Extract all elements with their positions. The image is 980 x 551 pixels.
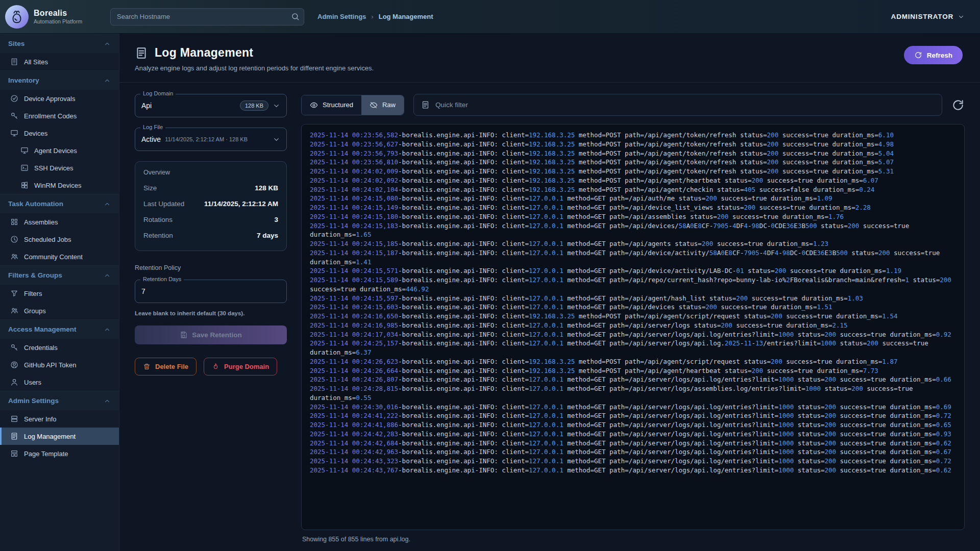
sidebar-item-groups[interactable]: Groups <box>0 302 119 319</box>
hostname-search <box>110 8 304 26</box>
log-line: 2025-11-14 00:24:15,589-borealis.engine.… <box>310 276 956 294</box>
log-line: 2025-11-14 00:24:43,323-borealis.engine.… <box>310 457 956 466</box>
sidebar-item-label: Filters <box>24 290 42 297</box>
monitor-icon <box>10 129 18 137</box>
sidebar-item-users[interactable]: Users <box>0 373 119 391</box>
search-icon <box>291 12 300 21</box>
sidebar-item-page-template[interactable]: Page Template <box>0 445 119 462</box>
approve-icon <box>10 94 18 103</box>
retention-days-label: Retention Days <box>140 276 184 282</box>
overview-row-retention: Retention 7 days <box>143 228 278 243</box>
log-file-select[interactable]: Log File Active 11/14/2025, 2:12:12 AM ·… <box>135 128 287 151</box>
log-line: 2025-11-14 00:24:26,664-borealis.engine.… <box>310 366 956 375</box>
sidebar-item-enrollment-codes[interactable]: Enrollment Codes <box>0 107 119 124</box>
sidebar-section-access-management[interactable]: Access Management <box>0 319 119 339</box>
sidebar-item-community-content[interactable]: Community Content <box>0 248 119 265</box>
people-icon <box>10 307 18 315</box>
sidebar-item-ssh-devices[interactable]: SSH Devices <box>0 159 119 177</box>
sidebar-item-label: Scheduled Jobs <box>24 236 71 243</box>
log-line: 2025-11-14 00:24:42,963-borealis.engine.… <box>310 447 956 457</box>
refresh-button[interactable]: Refresh <box>904 46 963 64</box>
viewer-refresh-button[interactable] <box>951 98 965 112</box>
log-count-caption: Showing 855 of 855 lines from api.log. <box>301 530 965 551</box>
sidebar-item-server-info[interactable]: Server Info <box>0 410 119 428</box>
search-input[interactable] <box>110 8 304 26</box>
chevron-up-icon <box>104 326 111 333</box>
sidebar-item-credentials[interactable]: Credentials <box>0 339 119 356</box>
person-icon <box>10 378 18 386</box>
eye-off-icon <box>370 101 378 109</box>
breadcrumb-admin-settings[interactable]: Admin Settings <box>317 13 366 20</box>
log-output[interactable]: 2025-11-14 00:23:56,582-borealis.engine.… <box>301 124 965 530</box>
filter-list-icon <box>421 101 430 109</box>
danger-actions: Delete File Purge Domain <box>135 358 287 375</box>
eye-icon <box>310 101 318 109</box>
user-role-label: ADMINISTRATOR <box>891 13 953 20</box>
sidebar-item-all-sites[interactable]: All Sites <box>0 53 119 70</box>
app-name: Borealis <box>34 9 82 18</box>
log-line: 2025-11-14 00:24:15,187-borealis.engine.… <box>310 248 956 267</box>
log-file-meta: 11/14/2025, 2:12:12 AM · 128 KB <box>165 136 268 142</box>
structured-view-label: Structured <box>323 101 353 109</box>
log-line: 2025-11-14 00:24:15,571-borealis.engine.… <box>310 266 956 276</box>
sidebar-section-inventory[interactable]: Inventory <box>0 70 119 90</box>
save-retention-label: Save Retention <box>192 331 242 339</box>
sidebar-item-devices[interactable]: Devices <box>0 124 119 142</box>
retention-policy-heading: Retention Policy <box>135 264 287 271</box>
key-icon <box>10 343 18 352</box>
quick-filter-input[interactable] <box>435 101 935 109</box>
sidebar-item-winrm-devices[interactable]: WinRM Devices <box>0 177 119 194</box>
retention-days-input[interactable] <box>141 287 280 295</box>
log-line: 2025-11-14 00:24:15,080-borealis.engine.… <box>310 194 956 203</box>
view-mode-toggle: Structured Raw <box>301 95 404 115</box>
sidebar-item-label: Enrollment Codes <box>24 112 77 120</box>
quick-filter <box>413 94 942 116</box>
overview-row-rotations: Rotations 3 <box>143 212 278 228</box>
sidebar-section-label: Admin Settings <box>8 397 59 405</box>
sidebar-item-agent-devices[interactable]: Agent Devices <box>0 142 119 159</box>
user-menu[interactable]: ADMINISTRATOR <box>891 13 965 20</box>
delete-file-label: Delete File <box>155 363 188 370</box>
raw-view-button[interactable]: Raw <box>361 95 404 115</box>
sidebar-item-assemblies[interactable]: Assemblies <box>0 213 119 231</box>
sidebar-section-label: Sites <box>8 40 24 47</box>
sidebar-item-label: Device Approvals <box>24 95 75 103</box>
sidebar-section-sites[interactable]: Sites <box>0 34 119 53</box>
grid-icon <box>10 218 18 226</box>
sidebar: SitesAll SitesInventoryDevice ApprovalsE… <box>0 34 119 551</box>
sidebar-item-log-management[interactable]: Log Management <box>0 428 119 445</box>
sidebar-item-device-approvals[interactable]: Device Approvals <box>0 90 119 107</box>
log-line: 2025-11-14 00:24:42,283-borealis.engine.… <box>310 430 956 439</box>
chevron-down-icon <box>273 136 280 143</box>
building-icon <box>10 58 18 66</box>
sidebar-section-filters-groups[interactable]: Filters & Groups <box>0 265 119 285</box>
sidebar-section-task-automation[interactable]: Task Automation <box>0 194 119 213</box>
log-line: 2025-11-14 00:24:15,597-borealis.engine.… <box>310 294 956 303</box>
viewer-toolbar: Structured Raw <box>301 94 965 116</box>
brand: Borealis Automation Platform <box>5 5 97 29</box>
log-domain-size-badge: 128 KB <box>240 101 268 111</box>
save-retention-button[interactable]: Save Retention <box>135 325 287 344</box>
sidebar-section-admin-settings[interactable]: Admin Settings <box>0 391 119 410</box>
breadcrumb: Admin Settings › Log Management <box>317 13 433 20</box>
topbar: Borealis Automation Platform Admin Setti… <box>0 0 980 34</box>
log-domain-select[interactable]: Log Domain Api 128 KB <box>135 94 287 117</box>
log-line: 2025-11-14 00:24:26,807-borealis.engine.… <box>310 375 956 384</box>
retention-days-field: Retention Days <box>135 280 287 303</box>
log-line: 2025-11-14 00:24:16,985-borealis.engine.… <box>310 321 956 330</box>
log-line: 2025-11-14 00:24:43,767-borealis.engine.… <box>310 466 956 475</box>
chevron-up-icon <box>104 201 111 208</box>
retention-hint: Leave blank to inherit default (30 days)… <box>135 310 287 316</box>
sidebar-item-github-api-token[interactable]: GitHub API Token <box>0 356 119 373</box>
sidebar-item-label: Devices <box>24 130 47 137</box>
log-line: 2025-11-14 00:24:30,016-borealis.engine.… <box>310 403 956 412</box>
breadcrumb-log-management[interactable]: Log Management <box>379 13 433 20</box>
log-line: 2025-11-14 00:24:25,157-borealis.engine.… <box>310 339 956 357</box>
sidebar-item-scheduled-jobs[interactable]: Scheduled Jobs <box>0 231 119 248</box>
delete-file-button[interactable]: Delete File <box>135 358 197 375</box>
structured-view-button[interactable]: Structured <box>302 95 361 115</box>
purge-domain-button[interactable]: Purge Domain <box>204 358 277 375</box>
purge-domain-label: Purge Domain <box>224 363 269 370</box>
sidebar-item-label: All Sites <box>24 58 48 66</box>
sidebar-item-filters[interactable]: Filters <box>0 285 119 302</box>
